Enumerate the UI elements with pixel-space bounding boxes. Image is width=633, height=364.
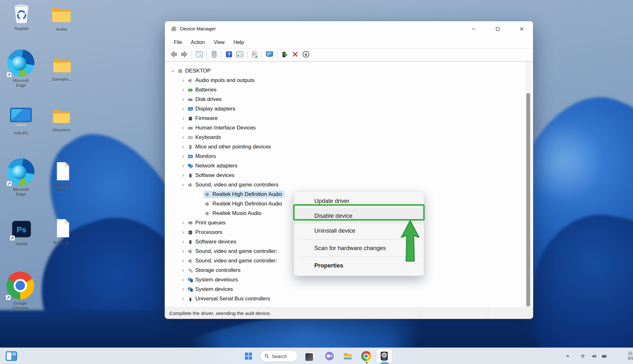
- console-tree-button[interactable]: [194, 50, 204, 60]
- taskbar-clock[interactable]: 11:1 5/16: [617, 351, 633, 361]
- chevron-right-icon[interactable]: [179, 116, 186, 121]
- chevron-right-icon[interactable]: [179, 173, 186, 178]
- remote-desktop-button[interactable]: [264, 50, 275, 60]
- update-driver-button[interactable]: [279, 50, 290, 60]
- desktop-icon-samejlm[interactable]: Samejlm...: [43, 54, 81, 82]
- desktop-icon-autbe[interactable]: Autbe: [42, 3, 80, 32]
- toolbar-separator: [191, 51, 192, 59]
- back-button[interactable]: [168, 50, 179, 60]
- minimize-button[interactable]: [466, 22, 481, 35]
- menu-file[interactable]: File: [170, 38, 186, 47]
- disable-device-button[interactable]: [300, 50, 311, 60]
- desktop-icon-micosoft-edge[interactable]: Micosoft Edge: [2, 158, 40, 197]
- chevron-right-icon[interactable]: [179, 78, 186, 83]
- tree-item-desktop[interactable]: DESKTOP: [165, 66, 525, 76]
- keyboard-icon: [188, 135, 193, 140]
- help-button[interactable]: ?: [223, 50, 234, 60]
- chevron-right-icon[interactable]: [179, 220, 186, 225]
- close-button[interactable]: [514, 22, 529, 35]
- tree-item-disk-drives[interactable]: Disk drives: [165, 95, 525, 104]
- file-explorer-icon[interactable]: [342, 351, 353, 361]
- chevron-right-icon[interactable]: [179, 230, 186, 235]
- chevron-right-icon[interactable]: [179, 144, 186, 149]
- chevron-right-icon[interactable]: [179, 163, 186, 168]
- chrome-taskbar-icon[interactable]: [361, 351, 372, 361]
- chevron-right-icon[interactable]: [179, 296, 186, 301]
- desktop-icon-google-chrome[interactable]: Google Chrome: [1, 272, 39, 311]
- chevron-right-icon[interactable]: [179, 125, 186, 130]
- widgets-icon[interactable]: [6, 351, 17, 361]
- chevron-down-icon[interactable]: [169, 68, 176, 73]
- remote-desktop-icon: [266, 50, 273, 60]
- volume-icon[interactable]: [590, 352, 598, 360]
- properties-button[interactable]: [209, 50, 219, 60]
- tree-item-universal-serial-bus-controllers[interactable]: Universal Serial Bus controllers: [165, 294, 525, 304]
- task-view-icon[interactable]: [305, 351, 316, 361]
- tree-item-human-interface-devices[interactable]: Human Interface Devices: [165, 123, 525, 133]
- chevron-right-icon[interactable]: [179, 277, 186, 282]
- tree-item-mice-and-other-pointing-devices[interactable]: Mice and other pointing devices: [165, 142, 525, 152]
- chevron-right-icon[interactable]: [179, 154, 186, 159]
- scan-hardware-button[interactable]: [249, 50, 260, 60]
- tree-item-label: Batteries: [195, 87, 216, 93]
- chevron-right-icon[interactable]: [179, 249, 186, 254]
- desktop-icon-yda-pc[interactable]: Yda PC: [2, 104, 40, 135]
- chevron-right-icon[interactable]: [179, 87, 186, 92]
- tree-item-body: Monitors: [186, 153, 218, 160]
- chevron-right-icon[interactable]: [179, 287, 186, 292]
- menu-action[interactable]: Action: [187, 38, 209, 47]
- desktop-icon-label: Yda PC: [14, 131, 28, 135]
- desktop-icon-mulicede-de-fil[interactable]: Mulicede de-fil...: [44, 161, 82, 193]
- scrollbar-thumb[interactable]: [526, 93, 530, 306]
- start-icon[interactable]: [243, 351, 254, 361]
- tree-item-sound-video-and-game-controllers[interactable]: Sound, video and game controllers: [165, 180, 525, 190]
- toolbar-separator: [277, 51, 277, 59]
- menu-view[interactable]: View: [210, 38, 228, 47]
- chevron-down-icon[interactable]: [179, 182, 186, 187]
- tree-item-label: Sound, video and game controller:: [195, 258, 277, 264]
- tree-item-keyboards[interactable]: Keyboards: [165, 133, 525, 142]
- desktop-icon-sbebe[interactable]: PsSbebe: [3, 218, 41, 246]
- tree-item-system-devices[interactable]: System devices: [165, 285, 525, 294]
- tree-item-label: Realtek High Definition Audio: [212, 201, 282, 207]
- desktop-icon-raybile[interactable]: Raybile: [3, 2, 41, 31]
- tree-item-label: Print queues: [195, 220, 225, 226]
- chevron-right-icon[interactable]: [179, 97, 186, 102]
- chevron-right-icon[interactable]: [179, 135, 186, 140]
- action-pane-button[interactable]: [234, 50, 245, 60]
- tree-item-body: Softwae devices: [186, 172, 237, 179]
- search-input[interactable]: Search: [260, 350, 298, 362]
- uninstall-device-button[interactable]: [290, 50, 300, 60]
- tree-item-batteries[interactable]: Batteries: [165, 85, 525, 95]
- battery-icon[interactable]: [600, 352, 608, 360]
- chevron-up-icon[interactable]: [563, 352, 572, 360]
- software-icon: [188, 173, 193, 178]
- forward-button[interactable]: [179, 50, 190, 60]
- forward-icon: [180, 50, 188, 60]
- desktop-icon-book-fil[interactable]: Book_fil...: [44, 218, 82, 245]
- tree-item-body: Mice and other pointing devices: [186, 143, 273, 151]
- edge-icon: [7, 49, 34, 77]
- tree-item-firmware[interactable]: Firmware: [165, 114, 525, 123]
- scrollbar-track[interactable]: [525, 62, 531, 307]
- tree-item-monitors[interactable]: Monitors: [165, 152, 525, 161]
- chat-icon[interactable]: [324, 351, 335, 361]
- tree-item-softwae-devices[interactable]: Softwae devices: [165, 171, 525, 180]
- desktop-icon-label: Book_fil...: [53, 240, 72, 245]
- wifi-icon[interactable]: [579, 352, 587, 360]
- window-titlebar[interactable]: Device Manager: [165, 21, 533, 36]
- volume-mixer-icon[interactable]: [376, 349, 392, 363]
- tree-item-display-adapters[interactable]: Display adapters: [165, 104, 525, 114]
- tree-item-network-adapters[interactable]: Network adapters: [165, 161, 525, 171]
- desktop-icon-aliusmms[interactable]: Aliusmms: [42, 106, 80, 132]
- chevron-right-icon[interactable]: [179, 258, 186, 263]
- desktop-icon-micosoft-edge[interactable]: Micosoft Edge: [2, 49, 40, 88]
- menu-help[interactable]: Help: [230, 38, 248, 47]
- maximize-button[interactable]: [490, 22, 505, 35]
- speaker-icon: [205, 211, 210, 216]
- chevron-right-icon[interactable]: [179, 239, 186, 244]
- tree-item-audio-inputs-and-outputs[interactable]: Audio inputs and outputs: [165, 76, 525, 85]
- chevron-right-icon[interactable]: [179, 268, 186, 273]
- chevron-right-icon[interactable]: [179, 106, 186, 111]
- tree-item-system-develours[interactable]: System develours: [165, 275, 525, 285]
